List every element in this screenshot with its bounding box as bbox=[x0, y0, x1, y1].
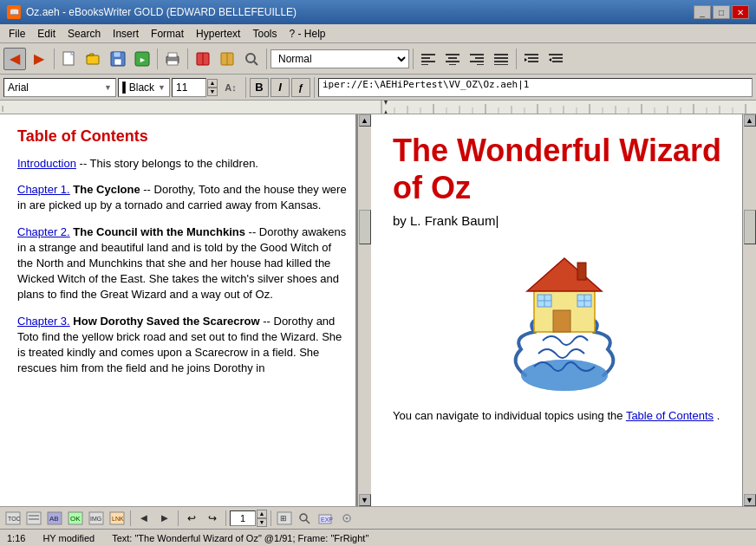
page-num-spinner[interactable]: ▲ ▼ bbox=[257, 510, 267, 527]
svg-marker-72 bbox=[384, 101, 388, 105]
menu-format[interactable]: Format bbox=[146, 26, 189, 42]
menu-help[interactable]: ? - Help bbox=[284, 26, 330, 42]
special-button[interactable]: ƒ bbox=[291, 78, 310, 97]
url-text: iper://E:\AEHiPertest\VV_OZ\Oz.aeh|1 bbox=[323, 79, 529, 90]
bt-sep-1 bbox=[130, 510, 131, 526]
window-title: Oz.aeh - eBooksWriter GOLD (EDWARD BELLE… bbox=[26, 6, 297, 18]
content-scroll-up[interactable]: ▲ bbox=[744, 114, 756, 127]
zoom-button[interactable] bbox=[240, 48, 263, 70]
scroll-down[interactable]: ▼ bbox=[359, 494, 371, 506]
toc-text-intro: -- This story belongs to the children. bbox=[80, 157, 258, 170]
svg-text:LNK: LNK bbox=[112, 516, 124, 522]
toolbar-sep-6 bbox=[516, 49, 517, 69]
bt-icon-2[interactable] bbox=[24, 509, 43, 528]
status-info: Text: "The Wonderful Wizard of Oz" @1/91… bbox=[112, 533, 368, 543]
save-button[interactable] bbox=[107, 48, 129, 70]
bt-sep-3 bbox=[225, 510, 226, 526]
bt-next-page[interactable]: ► bbox=[155, 509, 174, 528]
bt-icon-6[interactable]: LNK bbox=[108, 509, 127, 528]
print-button[interactable] bbox=[161, 48, 184, 70]
align-left-button[interactable] bbox=[417, 48, 440, 70]
status-bar: 1:16 HY modified Text: "The Wonderful Wi… bbox=[0, 529, 756, 546]
book2-button[interactable] bbox=[216, 48, 238, 70]
bt-prev-page[interactable]: ◄ bbox=[134, 509, 153, 528]
menu-file[interactable]: File bbox=[3, 26, 30, 42]
scroll-thumb[interactable] bbox=[359, 210, 371, 244]
toc-scrollbar[interactable]: ▲ ▼ bbox=[357, 114, 371, 506]
page-num-field[interactable]: 1 bbox=[230, 510, 256, 526]
bt-settings[interactable] bbox=[337, 509, 356, 528]
toc-link-ch2[interactable]: Chapter 2. bbox=[17, 225, 70, 238]
svg-text:⊞: ⊞ bbox=[280, 514, 287, 523]
bt-icon-3[interactable]: AB bbox=[45, 509, 64, 528]
font-size-up[interactable]: ▲ bbox=[207, 79, 218, 88]
style-dropdown[interactable]: Normal Heading 1 Heading 2 Body Text bbox=[270, 49, 409, 68]
svg-point-75 bbox=[521, 360, 608, 391]
run-button[interactable]: ► bbox=[131, 48, 153, 70]
bt-redo[interactable]: ↪ bbox=[203, 509, 222, 528]
bt-sep-2 bbox=[178, 510, 179, 526]
align-right-button[interactable] bbox=[466, 48, 488, 70]
main-area: Table of Contents Introduction -- This s… bbox=[0, 114, 756, 506]
font-name-dropdown[interactable]: Arial ▼ bbox=[3, 78, 116, 97]
font-color-dropdown[interactable]: Black ▼ bbox=[118, 78, 170, 97]
font-size-spinner[interactable]: ▲ ▼ bbox=[207, 79, 218, 96]
bt-undo[interactable]: ↩ bbox=[182, 509, 201, 528]
toc-nav-link[interactable]: Table of Contents bbox=[626, 409, 714, 422]
back-button[interactable]: ◀ bbox=[3, 48, 26, 70]
svg-rect-6 bbox=[114, 59, 121, 65]
outdent-button[interactable] bbox=[544, 48, 567, 70]
svg-rect-88 bbox=[27, 512, 41, 524]
bottom-toolbar: TOC AB OK IMG LNK ◄ ► ↩ ↪ 1 ▲ ▼ ⊞ EXP bbox=[0, 506, 756, 529]
bt-export[interactable]: EXP bbox=[316, 509, 336, 528]
new-doc-button[interactable] bbox=[58, 48, 81, 70]
page-num-up[interactable]: ▲ bbox=[257, 510, 267, 518]
book1-button[interactable] bbox=[192, 48, 214, 70]
open-button[interactable] bbox=[82, 48, 105, 70]
close-button[interactable]: ✕ bbox=[732, 5, 749, 19]
toc-panel: Table of Contents Introduction -- This s… bbox=[0, 114, 357, 506]
maximize-button[interactable]: □ bbox=[713, 5, 730, 19]
font-scaling-button[interactable]: A↕ bbox=[219, 76, 242, 99]
bt-search[interactable] bbox=[296, 509, 315, 528]
forward-button[interactable]: ▶ bbox=[28, 48, 50, 70]
minimize-button[interactable]: _ bbox=[694, 5, 711, 19]
svg-text:TOC: TOC bbox=[8, 516, 21, 522]
content-scroll-thumb[interactable] bbox=[744, 210, 756, 244]
toolbar-sep-2 bbox=[157, 49, 158, 69]
toc-link-ch1[interactable]: Chapter 1. bbox=[17, 183, 70, 196]
toolbar-main: ◀ ▶ ► Normal Heading 1 Heading 2 Body Te… bbox=[0, 43, 756, 75]
menu-insert[interactable]: Insert bbox=[108, 26, 144, 42]
font-size-field[interactable]: 11 bbox=[172, 78, 206, 97]
svg-point-101 bbox=[300, 514, 307, 521]
bt-icon-1[interactable]: TOC bbox=[3, 509, 23, 528]
bt-icon-5[interactable]: IMG bbox=[87, 509, 106, 528]
nav-note: You can navigate to individual topics us… bbox=[393, 407, 735, 425]
svg-text:IMG: IMG bbox=[90, 516, 101, 522]
bt-zoom-in[interactable]: ⊞ bbox=[275, 509, 294, 528]
italic-button[interactable]: I bbox=[270, 78, 290, 97]
content-scrollbar[interactable]: ▲ ▼ bbox=[742, 114, 756, 506]
content-scroll-down[interactable]: ▼ bbox=[744, 494, 756, 506]
window-controls: _ □ ✕ bbox=[694, 5, 749, 19]
title-bar: 📖 Oz.aeh - eBooksWriter GOLD (EDWARD BEL… bbox=[0, 0, 756, 24]
menu-hypertext[interactable]: Hypertext bbox=[191, 26, 245, 42]
url-bar[interactable]: iper://E:\AEHiPertest\VV_OZ\Oz.aeh|1 bbox=[318, 78, 753, 97]
font-size-down[interactable]: ▼ bbox=[207, 88, 218, 96]
justify-button[interactable] bbox=[490, 48, 512, 70]
page-num-down[interactable]: ▼ bbox=[257, 518, 267, 527]
bt-icon-4[interactable]: OK bbox=[66, 509, 85, 528]
menu-edit[interactable]: Edit bbox=[32, 26, 61, 42]
toc-link-ch3[interactable]: Chapter 3. bbox=[17, 315, 70, 328]
svg-text:►: ► bbox=[139, 55, 147, 64]
menu-tools[interactable]: Tools bbox=[247, 26, 282, 42]
bold-button[interactable]: B bbox=[250, 78, 269, 97]
toc-link-intro[interactable]: Introduction bbox=[17, 157, 76, 170]
scroll-up[interactable]: ▲ bbox=[359, 114, 371, 127]
book-title: The Wonderful Wizard of Oz bbox=[393, 132, 735, 206]
toc-entry-intro: Introduction -- This story belongs to th… bbox=[17, 156, 349, 172]
font-name-label: Arial bbox=[8, 81, 29, 94]
menu-search[interactable]: Search bbox=[62, 26, 106, 42]
indent-button[interactable] bbox=[520, 48, 543, 70]
align-center-button[interactable] bbox=[441, 48, 464, 70]
